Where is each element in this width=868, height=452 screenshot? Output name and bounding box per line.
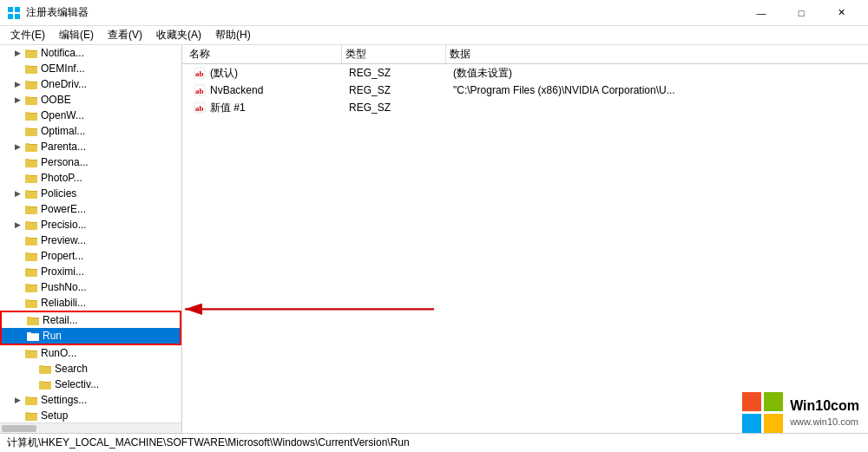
tree-label-runou: RunO... — [41, 347, 76, 359]
maximize-button[interactable]: □ — [781, 0, 821, 26]
tree-item-preview[interactable]: ▶ Preview... — [0, 233, 181, 248]
svg-rect-10 — [25, 82, 37, 89]
tree-item-retail[interactable]: ▶ Retail... — [2, 312, 180, 328]
svg-rect-28 — [25, 175, 37, 183]
close-button[interactable]: ✕ — [821, 0, 861, 26]
col-header-data: 数据 — [446, 45, 865, 63]
tree-item-persona[interactable]: ▶ Persona... — [0, 154, 181, 170]
app-icon — [7, 6, 21, 20]
expand-icon-runou: ▶ — [10, 345, 24, 361]
expand-icon-policies[interactable]: ▶ — [10, 186, 24, 201]
reg-row-nvbackend[interactable]: ab NvBackend REG_SZ "C:\Program Files (x… — [186, 82, 865, 99]
tree-item-setup[interactable]: ▶ Setup — [0, 408, 181, 423]
svg-rect-75 — [25, 412, 30, 414]
tree-item-run[interactable]: ▶ Run — [2, 328, 180, 344]
tree-item-oeminfo[interactable]: ▶ OEMInf... — [0, 61, 181, 76]
tree-item-propert[interactable]: ▶ Propert... — [0, 248, 181, 264]
folder-icon-run — [26, 329, 40, 343]
tree-item-openw[interactable]: ▶ OpenW... — [0, 108, 181, 123]
svg-rect-69 — [39, 381, 43, 383]
svg-rect-63 — [25, 350, 30, 351]
col-header-type: 类型 — [342, 45, 446, 63]
tree-label-selectiv: Selectiv... — [55, 378, 99, 390]
status-bar: 计算机\HKEY_LOCAL_MACHINE\SOFTWARE\Microsof… — [0, 433, 868, 452]
expand-icon-settings[interactable]: ▶ — [10, 392, 24, 408]
tree-item-search[interactable]: ▶ Search — [0, 361, 181, 377]
svg-text:ab: ab — [195, 69, 204, 78]
svg-rect-25 — [25, 160, 37, 167]
menu-favorites[interactable]: 收藏夹(A) — [149, 26, 208, 44]
tree-item-notifica[interactable]: ▶ Notifica... — [0, 45, 181, 61]
tree-item-settings[interactable]: ▶ Settings... — [0, 392, 181, 408]
folder-icon-settings — [24, 393, 38, 407]
tree-h-scroll-thumb[interactable] — [2, 425, 36, 432]
folder-icon-pushno — [24, 280, 38, 294]
svg-rect-61 — [25, 350, 37, 358]
tree-item-selectiv[interactable]: ▶ Selectiv... — [0, 377, 181, 392]
menu-bar: 文件(E) 编辑(E) 查看(V) 收藏夹(A) 帮助(H) — [0, 26, 868, 45]
window-title: 注册表编辑器 — [26, 5, 741, 20]
folder-icon-runou — [24, 346, 38, 360]
minimize-button[interactable]: — — [741, 0, 781, 26]
svg-rect-21 — [25, 128, 30, 129]
tree-h-scrollbar[interactable] — [0, 423, 181, 433]
tree-panel: ▶ Notifica... ▶ OEMInf... ▶ — [0, 45, 182, 433]
title-bar: 注册表编辑器 — □ ✕ — [0, 0, 868, 26]
expand-icon-photop: ▶ — [10, 170, 24, 186]
expand-icon-optimal: ▶ — [10, 123, 24, 139]
expand-icon-oobe[interactable]: ▶ — [10, 92, 24, 108]
reg-row-newval[interactable]: ab 新值 #1 REG_SZ — [186, 99, 865, 116]
tree-label-search: Search — [55, 363, 88, 375]
tree-label-pushno: PushNo... — [41, 281, 87, 293]
tree-label-settings: Settings... — [41, 394, 87, 406]
tree-item-precisio[interactable]: ▶ Precisio... — [0, 217, 181, 233]
svg-rect-4 — [25, 50, 37, 58]
tree-item-pushno[interactable]: ▶ PushNo... — [0, 279, 181, 295]
tree-label-setup: Setup — [41, 409, 68, 422]
tree-label-optimal: Optimal... — [41, 125, 85, 137]
highlighted-group: ▶ Retail... ▶ Run — [0, 311, 181, 345]
registry-entries: ab (默认) REG_SZ (数值未设置) ab — [182, 64, 868, 433]
svg-rect-72 — [25, 396, 30, 398]
tree-item-powere[interactable]: ▶ PowerE... — [0, 201, 181, 217]
svg-rect-36 — [25, 206, 30, 207]
tree-item-policies[interactable]: ▶ Policies — [0, 186, 181, 201]
folder-icon-parental — [24, 140, 38, 154]
reg-row-default[interactable]: ab (默认) REG_SZ (数值未设置) — [186, 64, 865, 82]
tree-label-oeminfo: OEMInf... — [41, 62, 85, 75]
tree-item-photop[interactable]: ▶ PhotoP... — [0, 170, 181, 186]
svg-rect-0 — [8, 7, 13, 12]
expand-icon-onedrive[interactable]: ▶ — [10, 76, 24, 92]
menu-help[interactable]: 帮助(H) — [208, 26, 258, 44]
menu-edit[interactable]: 编辑(E) — [52, 26, 101, 44]
expand-icon-setup: ▶ — [10, 408, 24, 423]
tree-item-optimal[interactable]: ▶ Optimal... — [0, 123, 181, 139]
menu-view[interactable]: 查看(V) — [101, 26, 149, 44]
folder-icon-oeminfo — [24, 62, 38, 75]
expand-icon-notifica[interactable]: ▶ — [10, 45, 24, 61]
tree-scroll[interactable]: ▶ Notifica... ▶ OEMInf... ▶ — [0, 45, 181, 423]
reg-data-default: (数值未设置) — [450, 66, 861, 81]
expand-icon-pushno: ▶ — [10, 279, 24, 295]
folder-icon-onedrive — [24, 77, 38, 91]
svg-rect-7 — [25, 66, 37, 74]
menu-file[interactable]: 文件(E) — [3, 26, 52, 44]
svg-rect-27 — [25, 159, 30, 160]
tree-item-parental[interactable]: ▶ Parenta... — [0, 139, 181, 154]
svg-rect-31 — [25, 191, 37, 199]
reg-name-default: ab (默认) — [189, 66, 345, 81]
tree-item-reliabili[interactable]: ▶ Reliabili... — [0, 295, 181, 311]
svg-rect-57 — [27, 317, 31, 318]
tree-item-onedrive[interactable]: ▶ OneDriv... — [0, 76, 181, 92]
svg-rect-2 — [8, 14, 13, 19]
svg-rect-13 — [25, 97, 37, 105]
svg-rect-60 — [27, 332, 31, 334]
expand-icon-precisio[interactable]: ▶ — [10, 217, 24, 233]
tree-item-runou[interactable]: ▶ RunO... — [0, 345, 181, 361]
tree-item-oobe[interactable]: ▶ OOBE — [0, 92, 181, 108]
reg-type-default: REG_SZ — [345, 67, 450, 79]
reg-name-nvbackend: ab NvBackend — [189, 83, 345, 97]
folder-icon-oobe — [24, 93, 38, 107]
tree-item-proximi[interactable]: ▶ Proximi... — [0, 264, 181, 279]
expand-icon-parental[interactable]: ▶ — [10, 139, 24, 154]
